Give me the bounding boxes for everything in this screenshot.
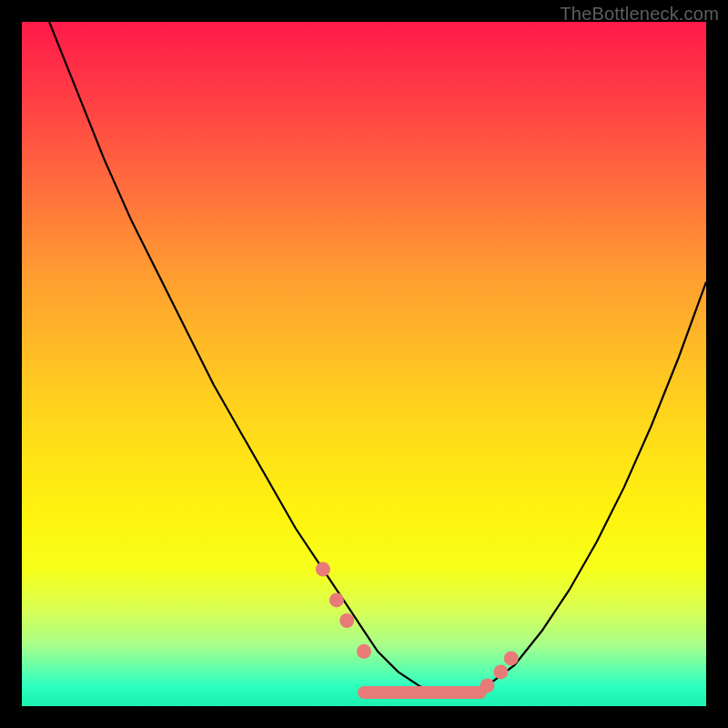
marker-ball (357, 644, 371, 659)
marker-ball (339, 613, 354, 628)
bottleneck-curve (49, 22, 706, 693)
curve-layer (22, 22, 706, 706)
plot-area (22, 22, 706, 706)
marker-ball (504, 651, 519, 665)
watermark-text: TheBottleneck.com (560, 4, 719, 25)
chart-frame: TheBottleneck.com (0, 0, 728, 728)
marker-ball (329, 592, 344, 607)
marker-ball (493, 664, 508, 679)
marker-ball (480, 678, 494, 693)
marker-ball (316, 562, 330, 577)
marker-balls (316, 562, 519, 693)
